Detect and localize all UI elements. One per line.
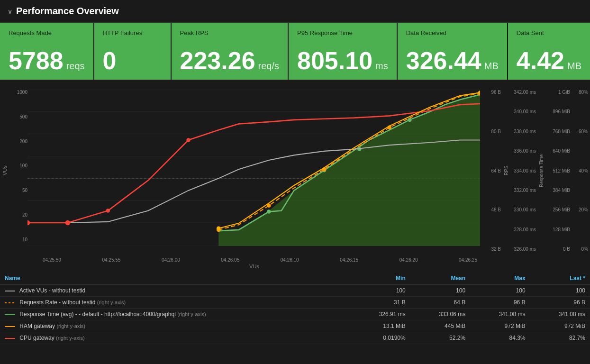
resp-tick: 330.00 ms — [511, 207, 536, 212]
data-tick: 0 B — [546, 246, 570, 252]
rps-tick: 64 B — [482, 168, 501, 173]
metric-label: Peak RPS — [180, 29, 280, 36]
svg-point-24 — [186, 138, 190, 142]
svg-marker-9 — [218, 95, 480, 246]
resp-tick: 340.00 ms — [511, 109, 536, 114]
metric-value: 805.10 ms — [297, 48, 388, 73]
metric-unit: ms — [375, 61, 388, 72]
metric-card-peak-rps: Peak RPS 223.26 req/s — [172, 23, 289, 80]
metric-number: 805.10 — [297, 48, 372, 73]
legend-row: Response Time (avg) - - default - http:/… — [0, 309, 590, 320]
metric-label: P95 Response Time — [297, 29, 388, 36]
metric-label: HTTP Failures — [103, 29, 162, 36]
data-axis: 1 GiB896 MiB768 MiB640 MiB512 MiB384 MiB… — [545, 86, 572, 255]
legend-row: Active VUs - without testid 100100100100 — [0, 285, 590, 297]
svg-point-10 — [267, 209, 271, 214]
svg-point-25 — [217, 226, 220, 230]
col-name: Name — [0, 272, 350, 285]
legend-last: 341.08 ms — [530, 309, 590, 320]
legend-name: Active VUs - without testid — [0, 285, 350, 297]
metric-card-http-failures: HTTP Failures 0 — [94, 23, 172, 80]
x-tick: 04:26:10 — [281, 257, 299, 263]
x-tick: 04:26:25 — [459, 257, 477, 263]
pct-axis: 80%60%40%20%0% — [572, 86, 590, 255]
col-last: Last * — [530, 272, 590, 285]
data-tick: 640 MiB — [546, 148, 570, 154]
legend-row: CPU gateway (right y-axis) 0.0190%52.2%8… — [0, 332, 590, 344]
x-axis-labels: 04:25:5004:25:5504:26:0004:26:0504:26:10… — [39, 255, 481, 264]
svg-point-23 — [106, 209, 110, 213]
y-tick: 10 — [9, 237, 27, 242]
legend-mean: 100 — [410, 285, 470, 297]
resp-axis: 342.00 ms340.00 ms338.00 ms336.00 ms334.… — [509, 86, 538, 255]
legend-min: 0.0190% — [350, 332, 410, 344]
legend-name: RAM gateway (right y-axis) — [0, 320, 350, 332]
y-tick: 20 — [9, 212, 27, 218]
svg-point-21 — [27, 220, 30, 226]
metric-value: 326.44 MB — [406, 48, 499, 73]
col-max: Max — [470, 272, 530, 285]
data-tick: 256 MiB — [546, 207, 570, 212]
pct-tick: 40% — [574, 168, 588, 173]
y-tick: 100 — [9, 163, 27, 168]
legend-name: CPU gateway (right y-axis) — [0, 332, 350, 344]
col-mean: Mean — [410, 272, 470, 285]
legend-section: Name Min Mean Max Last * Active VUs - wi… — [0, 272, 590, 344]
metric-unit: req/s — [258, 61, 279, 72]
resp-label: Response Time — [538, 86, 545, 255]
metric-card-data-received: Data Received 326.44 MB — [398, 23, 508, 80]
metric-number: 5788 — [9, 48, 64, 73]
metric-number: 4.42 — [517, 48, 564, 73]
metric-card-data-sent: Data Sent 4.42 MB — [508, 23, 590, 80]
rps-axis: 96 B80 B64 B48 B32 B — [480, 86, 503, 255]
legend-min: 31 B — [350, 297, 410, 309]
x-tick: 04:25:50 — [43, 257, 61, 263]
pct-tick: 0% — [574, 246, 588, 252]
pct-tick: 80% — [574, 90, 588, 95]
metric-unit: MB — [567, 61, 581, 72]
legend-mean: 52.2% — [410, 332, 470, 344]
legend-table: Name Min Mean Max Last * Active VUs - wi… — [0, 272, 590, 344]
legend-max: 100 — [470, 285, 530, 297]
metric-number: 326.44 — [406, 48, 481, 73]
rps-tick: 96 B — [482, 90, 501, 95]
legend-last: 100 — [530, 285, 590, 297]
resp-tick: 326.00 ms — [511, 246, 536, 252]
data-tick: 384 MiB — [546, 188, 570, 193]
chart-svg — [27, 90, 480, 246]
legend-row: Requests Rate - without testid (right y-… — [0, 297, 590, 309]
legend-mean: 333.06 ms — [410, 309, 470, 320]
page-title: Performance Overview — [16, 6, 119, 17]
metric-value: 0 — [103, 48, 162, 73]
legend-last: 82.7% — [530, 332, 590, 344]
legend-max: 341.08 ms — [470, 309, 530, 320]
x-tick: 04:26:05 — [221, 257, 239, 263]
y-tick: 200 — [9, 139, 27, 144]
col-min: Min — [350, 272, 410, 285]
legend-last: 972 MiB — [530, 320, 590, 332]
svg-point-22 — [65, 220, 71, 226]
resp-tick: 338.00 ms — [511, 129, 536, 134]
resp-tick: 336.00 ms — [511, 148, 536, 154]
rps-tick: 48 B — [482, 207, 501, 212]
metric-value: 223.26 req/s — [180, 48, 280, 73]
x-tick: 04:26:15 — [340, 257, 358, 263]
data-tick: 768 MiB — [546, 129, 570, 134]
resp-tick: 342.00 ms — [511, 90, 536, 95]
metric-label: Requests Made — [9, 29, 85, 36]
resp-tick: 328.00 ms — [511, 227, 536, 232]
y-tick: 500 — [9, 114, 27, 119]
legend-min: 100 — [350, 285, 410, 297]
metric-number: 223.26 — [180, 48, 255, 73]
pct-tick: 20% — [574, 207, 588, 212]
metric-value: 5788 reqs — [9, 48, 85, 73]
data-tick: 896 MiB — [546, 109, 570, 114]
metric-label: Data Received — [406, 29, 499, 36]
metric-unit: reqs — [66, 61, 85, 72]
rps-tick: 32 B — [482, 246, 501, 252]
legend-min: 13.1 MiB — [350, 320, 410, 332]
metric-number: 0 — [103, 48, 117, 73]
data-tick: 512 MiB — [546, 168, 570, 173]
data-tick: 1 GiB — [546, 90, 570, 95]
data-tick: 128 MiB — [546, 227, 570, 232]
